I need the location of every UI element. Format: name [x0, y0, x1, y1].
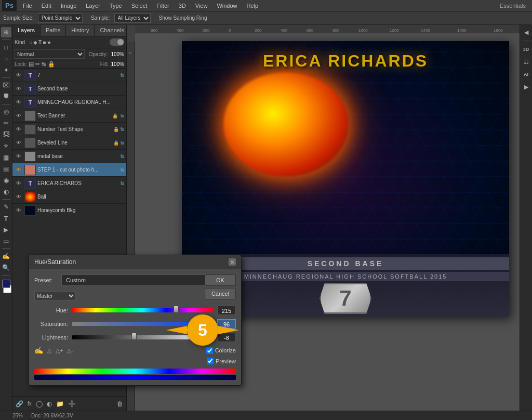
menu-image[interactable]: Image [57, 2, 81, 10]
hue-value[interactable]: 215 [217, 306, 236, 315]
tab-paths[interactable]: Paths [41, 25, 66, 36]
menu-help[interactable]: Help [243, 2, 263, 10]
color-sample-icon[interactable]: △ [47, 347, 51, 354]
menu-3d[interactable]: 3D [175, 2, 190, 10]
clone-stamp-tool[interactable]: ⛾ [1, 129, 11, 140]
dialog-close-button[interactable]: ✕ [229, 258, 236, 266]
dodge-tool[interactable]: ◐ [1, 187, 11, 197]
adjustment-layer-icon[interactable]: ◐ [47, 400, 52, 408]
add-sample-icon[interactable]: △+ [56, 347, 63, 354]
foreground-color[interactable] [2, 280, 10, 288]
sample-select[interactable]: All Layers [114, 14, 151, 23]
move-tool[interactable]: ⊕ [1, 27, 11, 37]
add-layer-icon[interactable]: ➕ [68, 400, 76, 408]
tab-history[interactable]: History [66, 25, 95, 36]
menu-type[interactable]: Type [105, 2, 126, 10]
layer-visibility-icon[interactable]: 👁 [15, 71, 23, 80]
layer-visibility-icon[interactable]: 👁 [15, 206, 23, 215]
blur-tool[interactable]: ◉ [1, 175, 11, 186]
brush-tool[interactable]: ✏ [1, 118, 11, 128]
remove-sample-icon[interactable]: △- [67, 347, 73, 354]
play-icon[interactable]: ▶ [521, 82, 531, 92]
menu-window[interactable]: Window [212, 2, 241, 10]
fx-icon[interactable]: fx [28, 401, 32, 406]
tab-layers[interactable]: Layers [12, 25, 41, 36]
layer-item[interactable]: 👁 T 7 fx [12, 69, 126, 82]
menu-edit[interactable]: Edit [37, 2, 56, 10]
menu-filter[interactable]: Filter [152, 2, 173, 10]
pen-tool[interactable]: ✎ [1, 202, 11, 212]
lightness-thumb[interactable] [131, 333, 137, 340]
hue-thumb[interactable] [174, 306, 179, 313]
layer-visibility-icon[interactable]: 👁 [15, 112, 23, 120]
lightness-value[interactable]: -8 [217, 333, 236, 342]
menu-file[interactable]: File [19, 2, 36, 10]
ok-button[interactable]: OK [205, 274, 236, 286]
preview-checkbox[interactable] [207, 358, 214, 364]
gradient-tool[interactable]: ▤ [1, 164, 11, 174]
shape-tool[interactable]: ▭ [1, 236, 11, 246]
layer-visibility-icon[interactable]: 👁 [15, 125, 23, 134]
menu-select[interactable]: Select [127, 2, 152, 10]
crop-tool[interactable]: ⌧ [1, 80, 11, 90]
lasso-tool[interactable]: ○ [1, 54, 11, 64]
layer-item[interactable]: 👁 Text Banner 🔒 fx [12, 109, 126, 123]
hand-tool-icon[interactable]: ✍ [34, 346, 43, 355]
tab-channels[interactable]: Channels [95, 25, 129, 36]
layer-visibility-icon[interactable]: 👁 [15, 193, 23, 201]
menu-layer[interactable]: Layer [82, 2, 104, 10]
ai-icon[interactable]: AI [521, 69, 531, 80]
sample-size-select[interactable]: Point Sample [38, 14, 83, 23]
hand-tool[interactable]: ✍ [1, 251, 11, 261]
preset-select[interactable]: Custom [61, 274, 220, 286]
history-brush-tool[interactable]: ⚜ [1, 141, 11, 151]
spot-healing-tool[interactable]: ◎ [1, 107, 11, 117]
colorize-checkbox[interactable] [206, 347, 213, 354]
layer-visibility-icon[interactable]: 👁 [15, 152, 23, 161]
layer-visibility-icon[interactable]: 👁 [15, 166, 23, 174]
expand-icon[interactable]: ◀ [521, 27, 531, 37]
zoom-tool[interactable]: 🔍 [1, 262, 11, 273]
lock-move-icon[interactable]: ↹ [42, 61, 46, 68]
layer-item[interactable]: 👁 metal base fx [12, 150, 126, 163]
eraser-tool[interactable]: ▦ [1, 152, 11, 163]
add-mask-icon[interactable]: ◯ [36, 400, 43, 408]
filter-adjustment-icon[interactable]: ◆ [33, 40, 37, 45]
type-tool[interactable]: T [1, 213, 11, 224]
layer-visibility-icon[interactable]: 👁 [15, 98, 23, 107]
lock-paint-icon[interactable]: ✏ [35, 61, 40, 68]
eyedropper-tool[interactable]: ⛊ [1, 91, 11, 102]
add-link-icon[interactable]: 🔗 [16, 400, 23, 408]
layer-item[interactable]: 👁 Ball [12, 190, 126, 204]
layer-item[interactable]: 👁 Number Text Shape 🔒 fx [12, 123, 126, 136]
filter-smart-icon[interactable]: ★ [47, 40, 51, 45]
blend-mode-select[interactable]: Normal [15, 49, 85, 59]
layer-item[interactable]: 👁 T Second base [12, 82, 126, 96]
hue-slider-track[interactable] [72, 307, 213, 313]
filter-shape-icon[interactable]: ■ [43, 40, 46, 45]
lock-all-icon[interactable]: 🔒 [48, 61, 55, 68]
delete-layer-icon[interactable]: 🗑 [117, 400, 123, 408]
filter-type-icon[interactable]: T [38, 40, 42, 45]
tool-separator-4 [2, 199, 10, 200]
layer-item[interactable]: 👁 T ERICA RICHARDS fx [12, 177, 126, 190]
layer-visibility-icon[interactable]: 👁 [15, 139, 23, 147]
layer-visibility-icon[interactable]: 👁 [15, 85, 23, 93]
filter-toggle[interactable] [110, 38, 124, 46]
filter-pixel-icon[interactable]: ○ [29, 40, 32, 45]
lock-transparent-icon[interactable]: ▤ [29, 61, 34, 68]
layer-item[interactable]: 👁 Honeycomb Bkg [12, 204, 126, 217]
artboard-icon[interactable]: ☷ [521, 57, 531, 67]
add-group-icon[interactable]: 📁 [56, 400, 64, 408]
3d-icon[interactable]: 3D [521, 44, 531, 55]
menu-view[interactable]: View [191, 2, 212, 10]
path-select-tool[interactable]: ▶ [1, 225, 11, 235]
marquee-tool[interactable]: □ [1, 42, 11, 52]
quick-select-tool[interactable]: ✦ [1, 65, 11, 75]
layer-visibility-icon[interactable]: 👁 [15, 179, 23, 188]
channel-select[interactable]: Master [34, 291, 76, 300]
layer-item[interactable]: 👁 Beveled Line 🔒 fx [12, 136, 126, 150]
cancel-button[interactable]: Cancel [205, 288, 236, 299]
layer-item[interactable]: 👁 T MINNECHAUG REGIONAL H... [12, 96, 126, 109]
layer-item[interactable]: 👁 STEP 1 - cut out photo h... fx [12, 163, 126, 177]
